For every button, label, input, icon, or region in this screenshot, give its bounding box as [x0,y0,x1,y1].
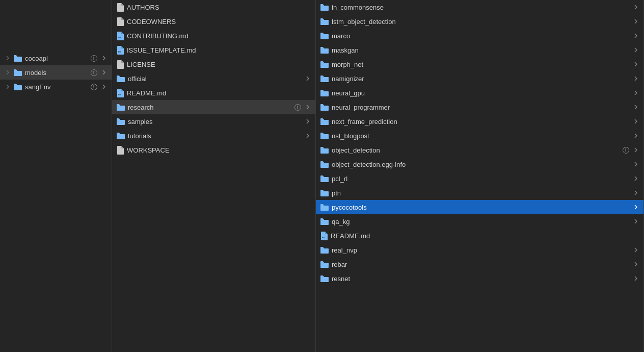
item-label: official [128,75,216,83]
file-icon [116,3,124,12]
list-item-marco[interactable]: marco [316,29,643,43]
list-item-neural_gpu[interactable]: neural_gpu [316,86,643,100]
chevron-right-icon [632,32,639,39]
list-item-research[interactable]: research! [112,100,315,114]
chevron-right-icon [632,275,639,282]
list-item-lstm_object_detection[interactable]: lstm_object_detection [316,14,643,29]
list-item-sangEnv[interactable]: sangEnv! [0,80,112,94]
list-item-nst_blogpost[interactable]: nst_blogpost [316,129,643,143]
item-label: README.md [127,89,219,97]
list-item-maskgan[interactable]: maskgan [316,43,643,57]
item-label: README.md [331,232,485,240]
folder-icon [320,104,329,111]
item-label: AUTHORS [127,4,219,11]
folder-icon [320,261,329,268]
warning-icon: ! [91,55,97,62]
list-item-README_col3[interactable]: MD README.md [316,229,643,243]
chevron-right-icon [632,118,639,125]
warning-icon: ! [623,147,629,154]
expand-icon [4,83,11,90]
list-item-CODEOWNERS[interactable]: CODEOWNERS [112,14,315,29]
expand-icon [4,69,11,76]
folder-icon [320,146,329,154]
folder-icon [320,61,329,68]
folder-icon [320,275,329,282]
item-label: object_detection.egg-info [332,161,482,168]
list-item-ISSUE_TEMPLATE[interactable]: MD ISSUE_TEMPLATE.md [112,43,315,57]
item-label: cocoapi [25,55,57,62]
folder-icon [116,75,125,82]
item-label: next_frame_prediction [332,118,482,125]
warning-icon: ! [91,69,97,76]
list-item-WORKSPACE[interactable]: WORKSPACE [112,143,315,157]
chevron-right-icon [632,246,639,254]
list-item-in_commonsense[interactable]: in_commonsense [316,0,643,14]
item-label: lstm_object_detection [332,18,482,26]
list-item-namignizer[interactable]: namignizer [316,71,643,86]
item-label: nst_blogpost [332,132,482,140]
list-item-rebar[interactable]: rebar [316,257,643,271]
svg-text:MD: MD [118,93,121,96]
chevron-right-icon [632,175,639,182]
chevron-right-icon [632,75,639,82]
list-item-tutorials[interactable]: tutorials [112,129,315,143]
folder-icon [320,175,329,182]
chevron-right-icon [100,55,108,62]
folder-icon [320,32,329,39]
item-label: samples [128,118,216,125]
list-item-object_detection_egg_info[interactable]: object_detection.egg-info [316,157,643,171]
file-icon [116,60,124,69]
item-label: marco [332,32,482,40]
list-item-next_frame_prediction[interactable]: next_frame_prediction [316,114,643,129]
chevron-right-icon [632,204,639,211]
folder-icon [320,189,329,196]
list-item-qa_kg[interactable]: qa_kg [316,214,643,229]
folder-icon [320,204,329,211]
chevron-right-icon [632,189,639,196]
list-item-resnet[interactable]: resnet [316,271,643,286]
warning-icon: ! [294,104,301,111]
list-item-ptn[interactable]: ptn [316,186,643,200]
chevron-right-icon [632,132,639,139]
folder-icon [320,132,329,139]
folder-icon [13,83,22,90]
list-item-LICENSE[interactable]: LICENSE [112,57,315,71]
list-item-models[interactable]: models! [0,65,112,80]
item-label: real_nvp [332,246,482,254]
warning-badge: ! [89,69,98,76]
list-item-pcl_rl[interactable]: pcl_rl [316,171,643,186]
item-label: pycocotools [332,204,482,211]
list-item-README_col2[interactable]: MD README.md [112,86,315,100]
list-item-morph_net[interactable]: morph_net [316,57,643,71]
list-item-real_nvp[interactable]: real_nvp [316,243,643,257]
item-label: maskgan [332,46,482,54]
list-item-AUTHORS[interactable]: AUTHORS [112,0,315,14]
item-label: qa_kg [332,218,482,225]
item-label: namignizer [332,75,482,83]
chevron-right-icon [100,83,108,90]
folder-icon [116,104,125,111]
folder-icon [320,246,329,254]
item-label: neural_gpu [332,89,482,97]
list-item-CONTRIBUTING[interactable]: MD CONTRIBUTING.md [112,29,315,43]
folder-icon [320,46,329,54]
folder-icon [320,161,329,168]
warning-badge: ! [89,55,98,62]
list-item-object_detection[interactable]: object_detection! [316,143,643,157]
list-item-official[interactable]: official [112,71,315,86]
chevron-right-icon [304,75,311,82]
chevron-right-icon [100,69,108,76]
folder-icon [13,55,22,62]
list-item-pycocotools[interactable]: pycocotools [316,200,643,214]
warning-badge: ! [89,83,98,90]
item-label: sangEnv [25,83,57,91]
list-item-cocoapi[interactable]: cocoapi! [0,51,112,65]
svg-text:MD: MD [322,236,325,239]
list-item-neural_programmer[interactable]: neural_programmer [316,100,643,114]
chevron-right-icon [304,104,311,111]
folder-icon [320,118,329,125]
warning-icon: ! [91,84,97,90]
item-label: ptn [332,189,482,197]
warning-badge: ! [293,104,302,111]
list-item-samples[interactable]: samples [112,114,315,129]
